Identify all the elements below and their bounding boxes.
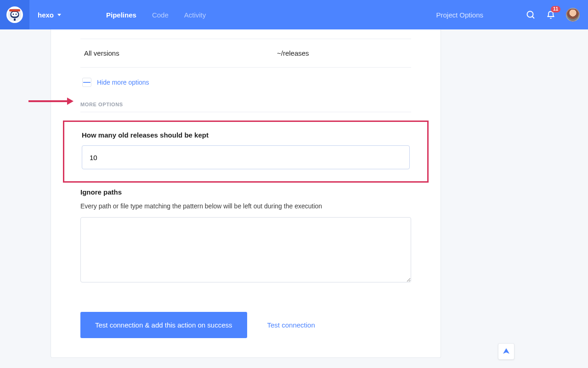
svg-line-9	[532, 17, 534, 18]
main-nav: Pipelines Code Activity	[106, 11, 206, 19]
svg-marker-11	[67, 98, 74, 105]
project-options-link[interactable]: Project Options	[436, 11, 483, 19]
section-title-more-options: MORE OPTIONS	[80, 91, 411, 112]
row-label: All versions	[84, 49, 277, 57]
svg-point-5	[16, 14, 17, 15]
ignore-paths-textarea[interactable]	[80, 217, 411, 282]
search-icon[interactable]	[526, 10, 536, 20]
nav-pipelines[interactable]: Pipelines	[106, 11, 136, 19]
topbar-right: Project Options 11	[436, 8, 588, 22]
notifications-icon[interactable]: 11	[546, 10, 556, 20]
keep-releases-highlight: How many old releases should be kept	[63, 121, 429, 183]
avatar[interactable]	[566, 8, 580, 22]
keep-releases-label: How many old releases should be kept	[82, 131, 410, 139]
svg-rect-6	[14, 18, 16, 21]
actions-row: Test connection & add this action on suc…	[80, 312, 411, 338]
app-logo[interactable]	[0, 0, 29, 29]
arrow-up-icon	[502, 347, 510, 356]
svg-marker-12	[503, 348, 509, 354]
scroll-top-button[interactable]	[498, 343, 514, 360]
annotation-arrow-icon	[28, 97, 74, 106]
settings-card: Version being deployed ~/deploy-cache Al…	[51, 0, 441, 358]
svg-point-8	[527, 12, 533, 17]
project-name-label: hexo	[38, 11, 54, 19]
topbar: hexo Pipelines Code Activity Project Opt…	[0, 0, 588, 29]
svg-rect-3	[11, 12, 18, 17]
astronaut-icon	[6, 6, 24, 24]
row-all-versions: All versions ~/releases	[80, 39, 411, 68]
svg-point-4	[13, 14, 14, 15]
notifications-badge: 11	[551, 6, 560, 12]
ignore-paths-label: Ignore paths	[80, 188, 411, 196]
svg-rect-7	[9, 9, 20, 12]
toggle-more-options-label: Hide more options	[97, 79, 149, 86]
nav-activity[interactable]: Activity	[184, 11, 206, 19]
ignore-paths-help: Every path or file type matching the pat…	[80, 202, 411, 210]
keep-releases-input[interactable]	[82, 145, 410, 169]
nav-code[interactable]: Code	[152, 11, 169, 19]
caret-down-icon	[57, 14, 61, 16]
test-connection-add-button[interactable]: Test connection & add this action on suc…	[80, 312, 247, 338]
toggle-more-options[interactable]: — Hide more options	[80, 68, 411, 91]
test-connection-button[interactable]: Test connection	[267, 321, 315, 329]
row-value: ~/releases	[277, 49, 309, 57]
project-switcher[interactable]: hexo	[29, 11, 71, 19]
minus-icon: —	[82, 78, 91, 87]
